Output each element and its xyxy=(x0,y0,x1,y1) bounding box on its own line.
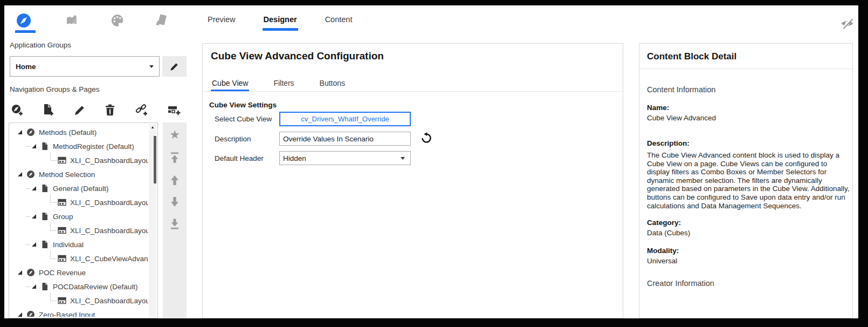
tree-item-label: POC Revenue xyxy=(39,269,86,277)
tree-item[interactable]: Individual xyxy=(10,237,148,251)
tab-filters[interactable]: Filters xyxy=(272,75,295,91)
detail-panel-title: Content Block Detail xyxy=(647,51,845,62)
tree-item[interactable]: XLI_C_DashboardLayouts_6_(M xyxy=(10,294,148,308)
delete-icon[interactable] xyxy=(104,104,116,117)
design-book-pencil-icon[interactable] xyxy=(65,13,80,28)
add-group-icon[interactable] xyxy=(11,104,24,117)
dashboard-grid-node-icon xyxy=(58,226,66,235)
tree-item[interactable]: XLI_C_CubeViewAdvanced_5_ xyxy=(10,251,148,265)
tree-item-label: Individual xyxy=(53,241,84,249)
dashboard-grid-node-icon xyxy=(58,296,66,305)
move-to-top-icon[interactable] xyxy=(169,152,181,164)
tab-cube-view[interactable]: Cube View xyxy=(211,75,249,91)
add-component-icon[interactable] xyxy=(168,104,181,117)
pencil-icon xyxy=(169,62,180,72)
tab-content[interactable]: Content xyxy=(325,15,353,32)
edit-group-button[interactable] xyxy=(162,56,187,77)
dashboard-grid-node-icon xyxy=(58,254,66,263)
move-to-bottom-icon[interactable] xyxy=(169,218,181,230)
expand-triangle-icon[interactable] xyxy=(18,312,22,317)
dashboard-grid-node-icon xyxy=(58,198,66,207)
tree-scrollbar[interactable]: ▲ xyxy=(149,124,156,317)
tab-buttons[interactable]: Buttons xyxy=(319,75,346,91)
description-detail-value: The Cube View Advanced content block is … xyxy=(647,151,850,210)
description-label: Description xyxy=(215,135,251,143)
divider xyxy=(639,69,852,69)
tree-item[interactable]: POCDataReview (Default) xyxy=(10,280,148,294)
page-node-icon xyxy=(40,184,49,193)
tree-item-label: XLI_C_DashboardLayouts_2_(M xyxy=(70,156,148,165)
eye-off-icon[interactable] xyxy=(841,17,854,30)
description-detail-label: Description: xyxy=(647,139,845,147)
move-up-icon[interactable] xyxy=(169,174,181,186)
expand-triangle-icon[interactable] xyxy=(32,186,36,190)
tree-item-label: General (Default) xyxy=(53,185,109,193)
tab-preview[interactable]: Preview xyxy=(208,15,236,32)
navigation-groups-pages-label: Navigation Groups & Pages xyxy=(10,85,100,93)
expand-triangle-icon[interactable] xyxy=(32,214,36,219)
tree-item[interactable]: General (Default) xyxy=(10,181,148,195)
tree-item-label: XLI_C_DashboardLayouts_4_(M xyxy=(70,199,148,207)
expand-triangle-icon[interactable] xyxy=(18,172,22,176)
expand-triangle-icon[interactable] xyxy=(32,284,36,289)
content-block-detail-panel: Content Block Detail Content Information… xyxy=(639,43,853,318)
tree-item-label: Group xyxy=(53,213,73,221)
move-down-icon[interactable] xyxy=(169,196,181,208)
active-nav-underline xyxy=(15,30,36,33)
tab-designer[interactable]: Designer xyxy=(264,15,297,32)
scroll-up-arrow-icon[interactable]: ▲ xyxy=(149,125,156,129)
compass-nav-icon[interactable] xyxy=(16,13,31,28)
tree-item[interactable]: XLI_C_DashboardLayouts_2_(M xyxy=(10,153,148,167)
application-group-value: Home xyxy=(16,63,36,71)
tree-item[interactable]: XLI_C_DashboardLayouts_4_(M xyxy=(10,195,148,209)
category-value: Data (Cubes) xyxy=(647,229,845,237)
chevron-down-icon xyxy=(149,65,154,68)
default-header-select[interactable]: Hidden xyxy=(279,151,411,165)
page-node-icon xyxy=(40,282,49,291)
tree-item[interactable]: POC Revenue xyxy=(10,265,148,280)
description-input[interactable] xyxy=(279,132,411,146)
select-cube-view-button[interactable]: cv_Drivers_WhatIf_Override xyxy=(279,112,411,126)
application-groups-label: Application Groups xyxy=(10,41,71,49)
edit-page-icon[interactable] xyxy=(73,104,86,117)
expand-triangle-icon[interactable] xyxy=(18,130,22,134)
default-header-value: Hidden xyxy=(283,154,306,162)
application-group-select[interactable]: Home xyxy=(10,56,160,77)
page-node-icon xyxy=(40,212,49,221)
tree-item-label: XLI_C_CubeViewAdvanced_5_ xyxy=(70,255,148,263)
tree-item[interactable]: Zero-Based Input xyxy=(10,308,148,317)
scrollbar-thumb[interactable] xyxy=(154,136,156,183)
tree-item[interactable]: Methods (Default) xyxy=(10,125,148,139)
tree-item[interactable]: MethodRegister (Default) xyxy=(10,139,148,153)
tree-item-label: Zero-Based Input xyxy=(39,311,95,317)
tree-move-toolbar: ★ xyxy=(163,122,187,318)
tree-item-label: MethodRegister (Default) xyxy=(53,142,134,151)
configuration-tabs: Cube View Filters Buttons xyxy=(203,75,623,92)
expand-triangle-icon[interactable] xyxy=(32,242,36,247)
default-header-label: Default Header xyxy=(215,154,264,162)
add-link-icon[interactable] xyxy=(135,104,148,117)
tree-item-label: POCDataReview (Default) xyxy=(53,283,138,291)
compass-node-icon xyxy=(26,170,35,179)
compass-node-icon xyxy=(26,268,35,277)
card-flip-icon[interactable] xyxy=(153,13,168,28)
compass-node-icon xyxy=(26,128,35,137)
refresh-icon[interactable] xyxy=(421,132,432,144)
palette-icon[interactable] xyxy=(110,13,125,28)
favorite-star-icon[interactable]: ★ xyxy=(169,129,180,141)
tree-item[interactable]: Method Selection xyxy=(10,167,148,181)
page-node-icon xyxy=(40,240,49,249)
expand-triangle-icon[interactable] xyxy=(18,270,22,275)
section-title: Cube View Settings xyxy=(209,101,277,109)
navigation-tree-panel: Methods (Default) MethodRegister (Defaul… xyxy=(9,122,158,318)
page-node-icon xyxy=(40,142,49,151)
add-page-icon[interactable] xyxy=(42,104,54,117)
tree-item-label: Methods (Default) xyxy=(39,128,97,137)
content-information-heading: Content Information xyxy=(647,85,845,94)
dashboard-grid-node-icon xyxy=(58,156,66,165)
tree-item-label: Method Selection xyxy=(39,171,95,179)
tree-item-label: XLI_C_DashboardLayouts_6_(M xyxy=(70,297,148,305)
tree-item[interactable]: XLI_C_DashboardLayouts_5_(M xyxy=(10,223,148,237)
tree-item[interactable]: Group xyxy=(10,209,148,223)
expand-triangle-icon[interactable] xyxy=(32,144,36,148)
